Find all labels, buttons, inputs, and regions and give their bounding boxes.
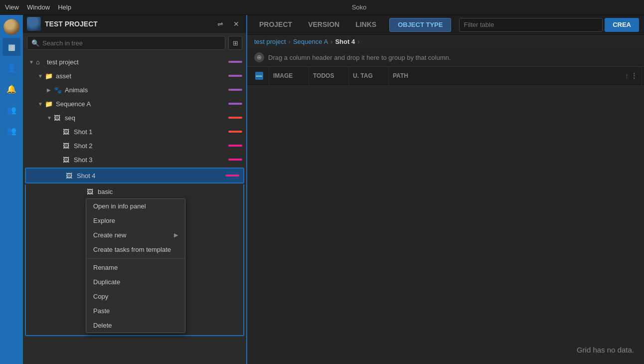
- ctx-delete-label: Delete: [93, 322, 112, 329]
- sidebar-team-btn[interactable]: 👥: [2, 122, 20, 140]
- tree-label: Shot 2: [74, 142, 246, 150]
- menu-bar: View Window Help Soko: [0, 0, 644, 15]
- menu-window[interactable]: Window: [27, 3, 50, 11]
- ctx-rename[interactable]: Rename: [86, 260, 185, 275]
- ctx-create-tasks-label: Create tasks from template: [93, 246, 171, 253]
- project-icon: [27, 17, 41, 31]
- sort-up-icon[interactable]: ↑: [625, 72, 629, 80]
- grid-area: Grid has no data.: [247, 85, 644, 364]
- tree-arrow: ▼: [47, 115, 54, 121]
- right-tabs: PROJECT VERSION LINKS OBJECT TYPE CREA: [247, 15, 644, 35]
- right-panel: PROJECT VERSION LINKS OBJECT TYPE CREA t…: [247, 15, 644, 364]
- tree-item-shot2[interactable]: 🖼 Shot 2: [23, 139, 246, 153]
- tree-item-asset[interactable]: ▼ 📁 asset: [23, 69, 246, 83]
- color-bar: [228, 159, 242, 161]
- breadcrumb-sep2: ›: [330, 38, 332, 45]
- tree-arrow: ▶: [47, 87, 54, 93]
- search-input-wrap: 🔍: [27, 36, 225, 50]
- hint-icon: ⊕: [254, 52, 264, 62]
- ctx-paste-label: Paste: [93, 307, 110, 315]
- image-icon: 🖼: [87, 188, 96, 195]
- tree-item-basic[interactable]: 🖼 basic: [26, 184, 243, 198]
- tab-project[interactable]: PROJECT: [252, 15, 299, 35]
- tab-version[interactable]: VERSION: [301, 15, 346, 35]
- color-bar: [228, 117, 242, 119]
- shot4-context-container: 🖼 Shot 4 🖼 basic: [23, 168, 246, 336]
- color-bar: [228, 61, 242, 63]
- ctx-create-tasks[interactable]: Create tasks from template: [86, 242, 185, 257]
- ctx-duplicate-label: Duplicate: [93, 278, 120, 286]
- expand-btn[interactable]: ⊞: [228, 36, 242, 50]
- th-utag[interactable]: U. Tag: [349, 67, 389, 85]
- ctx-explore[interactable]: Explore: [86, 213, 185, 228]
- create-btn[interactable]: CREA: [605, 18, 639, 32]
- tree-item-shot3[interactable]: 🖼 Shot 3: [23, 153, 246, 167]
- th-image[interactable]: Image: [269, 67, 309, 85]
- menu-help[interactable]: Help: [58, 3, 71, 11]
- tree-label: Sequence A: [56, 100, 246, 108]
- close-panel-icon[interactable]: ✕: [230, 18, 242, 30]
- th-todos[interactable]: Todos: [309, 67, 349, 85]
- table-header: — Image Todos U. Tag Path ↑ ⋮: [247, 67, 644, 85]
- ctx-copy-label: Copy: [93, 293, 108, 300]
- sidebar-user-btn[interactable]: 👤: [2, 59, 20, 77]
- tree-item-test-project[interactable]: ▼ ⌂ test project: [23, 55, 246, 69]
- image-icon: 🖼: [66, 172, 75, 180]
- checkbox-minus-icon: —: [255, 72, 263, 80]
- ctx-open-info[interactable]: Open in info panel: [86, 199, 185, 213]
- tree-item-sequence-a[interactable]: ▼ 📁 Sequence A: [23, 97, 246, 111]
- ctx-copy[interactable]: Copy: [86, 289, 185, 304]
- breadcrumb-project[interactable]: test project: [254, 38, 286, 45]
- menu-view[interactable]: View: [5, 3, 19, 11]
- image-icon: 🖼: [63, 142, 72, 150]
- color-bar: [228, 145, 242, 147]
- tree-arrow: ▼: [38, 73, 45, 79]
- tree-label: Shot 3: [74, 156, 246, 164]
- tree-item-shot4[interactable]: 🖼 Shot 4: [26, 169, 243, 182]
- left-panel: TEST PROJECT ⇌ ✕ 🔍 ⊞ ▼ ⌂ test project: [23, 15, 247, 364]
- switch-icon[interactable]: ⇌: [214, 18, 226, 30]
- ctx-create-new-arrow: ▶: [174, 232, 178, 238]
- sidebar-bell-btn[interactable]: 🔔: [2, 80, 20, 98]
- breadcrumb-arrow: ›: [357, 38, 359, 45]
- color-bar: [228, 131, 242, 133]
- ctx-create-new[interactable]: Create new ▶: [86, 228, 185, 242]
- ctx-create-new-label: Create new: [93, 231, 126, 239]
- ctx-explore-label: Explore: [93, 217, 115, 224]
- app-title: Soko: [79, 3, 639, 11]
- home-icon: ⌂: [36, 58, 45, 66]
- tree-item-shot1[interactable]: 🖼 Shot 1: [23, 125, 246, 139]
- search-input[interactable]: [42, 39, 221, 47]
- filter-input[interactable]: [464, 21, 598, 28]
- folder-icon: 📁: [45, 100, 54, 108]
- tree-item-seq[interactable]: ▼ 🖼 seq: [23, 111, 246, 125]
- ctx-duplicate[interactable]: Duplicate: [86, 275, 185, 289]
- tree-label: Shot 1: [74, 128, 246, 136]
- left-header: TEST PROJECT ⇌ ✕: [23, 15, 246, 33]
- tree-label-basic: basic: [98, 188, 243, 195]
- breadcrumb-current[interactable]: Shot 4: [335, 38, 355, 45]
- drag-hint: ⊕ Drag a column header and drop it here …: [247, 48, 644, 67]
- avatar[interactable]: [3, 19, 19, 35]
- th-path[interactable]: Path ↑ ⋮: [389, 67, 642, 85]
- tree-arrow: ▼: [29, 59, 36, 65]
- drag-hint-text: Drag a column header and drop it here to…: [268, 54, 451, 61]
- image-icon: 🖼: [54, 114, 63, 122]
- color-bar: [228, 103, 242, 105]
- ctx-paste[interactable]: Paste: [86, 304, 185, 318]
- tree-item-animals[interactable]: ▶ 🐾 Animals: [23, 83, 246, 97]
- context-menu: Open in info panel Explore Create new ▶ …: [86, 198, 185, 333]
- ctx-delete[interactable]: Delete: [86, 318, 185, 333]
- sidebar-users-btn[interactable]: 👥: [2, 101, 20, 119]
- tab-links[interactable]: LINKS: [348, 15, 383, 35]
- breadcrumb: test project › Sequence A › Shot 4 ›: [247, 35, 644, 48]
- object-type-btn[interactable]: OBJECT TYPE: [389, 18, 451, 32]
- folder-icon: 📁: [45, 72, 54, 80]
- th-checkbox[interactable]: —: [249, 67, 269, 85]
- sort-more-icon[interactable]: ⋮: [631, 72, 638, 80]
- breadcrumb-sequence[interactable]: Sequence A: [293, 38, 328, 45]
- sidebar-grid-btn[interactable]: ▦: [2, 38, 20, 56]
- image-icon: 🖼: [63, 156, 72, 164]
- search-bar: 🔍 ⊞: [23, 33, 246, 53]
- th-path-label: Path: [393, 72, 408, 79]
